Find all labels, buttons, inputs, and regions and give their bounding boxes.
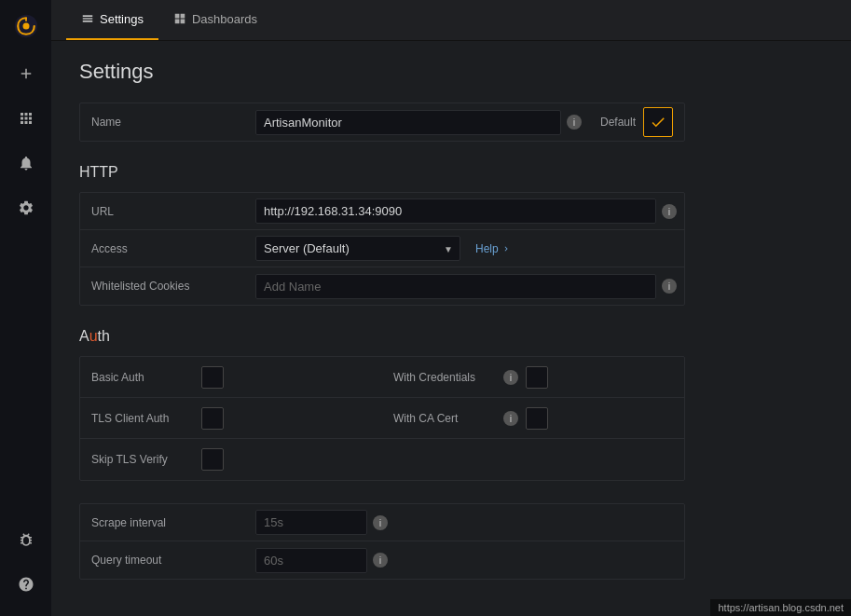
interval-section: Scrape interval i Query timeout i [79, 503, 823, 580]
sidebar-item-apps[interactable] [0, 98, 51, 139]
tab-dashboards[interactable]: Dashboards [158, 0, 272, 40]
help-link-label: Help [475, 242, 499, 255]
basic-auth-label: Basic Auth [91, 371, 194, 384]
query-timeout-info-icon[interactable]: i [373, 553, 388, 568]
sidebar-item-alerts[interactable] [0, 143, 51, 184]
name-control: i [248, 104, 589, 141]
scrape-input[interactable] [255, 510, 367, 535]
dashboards-tab-icon [173, 12, 186, 25]
tab-settings[interactable]: Settings [66, 0, 158, 40]
tls-auth-cell: TLS Client Auth [80, 400, 382, 437]
cookies-label: Whitelisted Cookies [80, 272, 248, 300]
sidebar-item-add[interactable] [0, 53, 51, 94]
url-control: i [248, 193, 684, 229]
settings-tab-icon [81, 12, 94, 25]
with-ca-cert-cell: With CA Cert i [382, 400, 684, 437]
svg-point-1 [22, 22, 29, 29]
url-info-icon[interactable]: i [662, 204, 677, 219]
name-input[interactable] [255, 110, 561, 135]
cookies-control: i [248, 268, 684, 305]
access-select[interactable]: Server (Default) Browser [255, 236, 460, 261]
content-area: Settings Name i Default [51, 41, 851, 616]
help-arrow-icon [501, 244, 511, 253]
scrape-control: i [248, 504, 684, 541]
name-info-icon[interactable]: i [567, 115, 582, 130]
auth-title-rest: th [98, 328, 110, 345]
auth-section-title: Auth [79, 328, 823, 345]
grafana-logo-icon [13, 13, 39, 39]
url-label: URL [80, 198, 248, 226]
tab-dashboards-label: Dashboards [192, 12, 257, 26]
skip-tls-empty-cell [382, 452, 684, 467]
basic-auth-cell: Basic Auth [80, 359, 382, 396]
tls-auth-checkbox[interactable] [201, 407, 224, 430]
skip-tls-label: Skip TLS Verify [91, 453, 194, 466]
auth-table: Basic Auth With Credentials i TLS Client… [79, 356, 685, 481]
name-label: Name [80, 108, 248, 136]
with-ca-cert-info-icon[interactable]: i [503, 411, 518, 426]
auth-title-a: A [79, 328, 89, 345]
cookies-info-icon[interactable]: i [662, 279, 677, 294]
scrape-row: Scrape interval i [80, 504, 684, 541]
with-credentials-checkbox[interactable] [526, 366, 548, 389]
top-nav: Settings Dashboards [51, 0, 851, 41]
interval-table: Scrape interval i Query timeout i [79, 503, 685, 580]
with-credentials-label: With Credentials [393, 371, 496, 384]
main-content: Settings Dashboards Settings Name i Defa… [51, 0, 851, 616]
with-ca-cert-checkbox[interactable] [526, 407, 548, 430]
bottom-status-bar: https://artisan.blog.csdn.net [710, 599, 851, 616]
sidebar [0, 0, 51, 616]
http-section-title: HTTP [79, 164, 823, 181]
cookies-row: Whitelisted Cookies i [80, 267, 684, 305]
name-table: Name i Default [79, 103, 685, 142]
query-timeout-row: Query timeout i [80, 541, 684, 579]
auth-section: Auth Basic Auth With Credentials i [79, 328, 823, 481]
http-title-text: HTTP [79, 164, 118, 181]
name-section: Name i Default [79, 103, 823, 142]
scrape-info-icon[interactable]: i [373, 515, 388, 530]
sidebar-item-plugin[interactable] [0, 519, 51, 560]
url-row: URL i [80, 193, 684, 230]
sidebar-item-settings[interactable] [0, 187, 51, 228]
skip-tls-cell: Skip TLS Verify [80, 441, 382, 478]
access-select-wrapper: Server (Default) Browser [255, 236, 460, 261]
url-input[interactable] [255, 198, 656, 224]
tab-settings-label: Settings [100, 12, 144, 26]
access-label: Access [80, 235, 248, 263]
page-title: Settings [79, 60, 823, 84]
http-table: URL i Access Server (Default) Browser [79, 192, 685, 306]
checkmark-icon [650, 114, 666, 130]
default-button-area: Default [589, 107, 684, 137]
tls-auth-label: TLS Client Auth [91, 412, 194, 425]
default-label: Default [600, 116, 636, 129]
default-checkbox[interactable] [643, 107, 673, 137]
sidebar-item-help[interactable] [0, 564, 51, 605]
skip-tls-checkbox[interactable] [201, 448, 224, 471]
help-link[interactable]: Help [475, 242, 511, 255]
auth-row-3: Skip TLS Verify [80, 439, 684, 480]
auth-row-2: TLS Client Auth With CA Cert i [80, 398, 684, 439]
scrape-label: Scrape interval [80, 509, 248, 537]
bottom-url-text: https://artisan.blog.csdn.net [718, 602, 844, 613]
http-section: HTTP URL i Access S [79, 164, 823, 306]
basic-auth-checkbox[interactable] [201, 366, 224, 389]
access-row: Access Server (Default) Browser Help [80, 230, 684, 267]
query-timeout-label: Query timeout [80, 546, 248, 574]
query-timeout-input[interactable] [255, 548, 367, 573]
with-ca-cert-label: With CA Cert [393, 412, 496, 425]
query-timeout-control: i [248, 542, 684, 579]
cookies-input[interactable] [255, 274, 656, 299]
auth-title-accent: u [89, 328, 98, 345]
logo[interactable] [0, 0, 51, 51]
with-credentials-cell: With Credentials i [382, 359, 684, 396]
with-credentials-info-icon[interactable]: i [503, 370, 518, 385]
name-row: Name i Default [80, 103, 684, 141]
auth-row-1: Basic Auth With Credentials i [80, 357, 684, 398]
access-control: Server (Default) Browser Help [248, 230, 684, 267]
